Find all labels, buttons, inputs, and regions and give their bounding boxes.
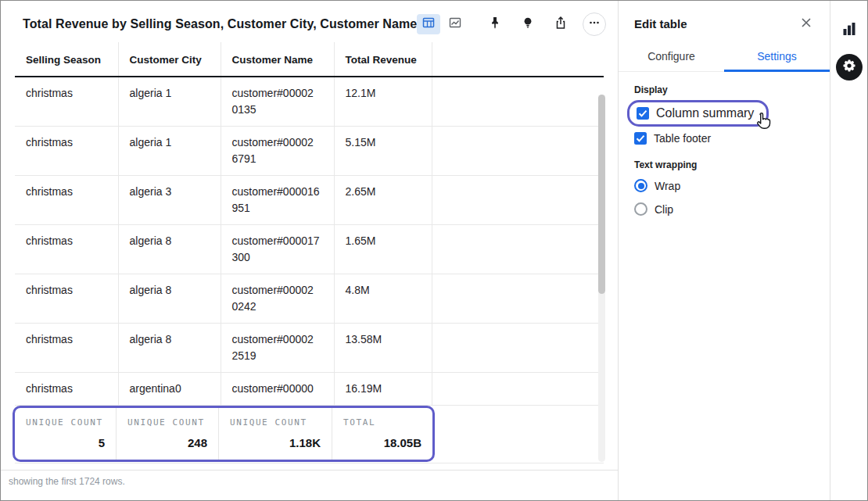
column-summary-row: UNIQUE COUNT 5 UNIQUE COUNT 248 UNIQUE C…: [15, 406, 604, 463]
pin-icon: [488, 16, 502, 33]
share-export-icon: [554, 16, 568, 33]
table-view-button[interactable]: [417, 14, 440, 34]
element-toolbar: [417, 13, 609, 36]
column-header-empty[interactable]: [432, 42, 604, 77]
page-title[interactable]: Total Revenue by Selling Season, Custome…: [23, 17, 417, 31]
header-row: Selling Season Customer City Customer Na…: [15, 42, 604, 77]
table-footer-checkbox[interactable]: [634, 132, 647, 145]
cell-revenue[interactable]: 13.58M: [334, 324, 432, 373]
cell-empty[interactable]: [432, 373, 604, 406]
cell-revenue[interactable]: 12.1M: [334, 77, 432, 127]
cell-city[interactable]: algeria 8: [118, 225, 221, 274]
column-summary-label[interactable]: Column summary: [656, 106, 754, 120]
cell-customer[interactable]: customer#00002 6791: [221, 127, 334, 176]
table-row: christmasargentina0customer#0000016.19M: [15, 373, 604, 406]
table-row: christmasalgeria 8customer#00002 02424.8…: [15, 274, 604, 324]
wrap-radio[interactable]: [634, 179, 647, 192]
summary-value: 1.18K: [230, 436, 321, 449]
cell-season[interactable]: christmas: [15, 127, 118, 176]
cell-city[interactable]: algeria 3: [118, 176, 221, 225]
cell-customer[interactable]: customer#000017 300: [221, 225, 334, 274]
cell-empty[interactable]: [432, 127, 604, 176]
table-footer-label[interactable]: Table footer: [654, 132, 711, 145]
summary-value: 248: [127, 436, 207, 449]
cell-revenue[interactable]: 1.65M: [334, 225, 432, 274]
ellipsis-icon: [588, 16, 601, 32]
more-options-button[interactable]: [583, 13, 606, 36]
text-wrapping-section: Text wrapping Wrap Clip: [634, 159, 814, 216]
cell-city[interactable]: algeria 8: [118, 274, 221, 324]
table-header: Selling Season Customer City Customer Na…: [15, 42, 604, 77]
cell-customer[interactable]: customer#00002 0135: [221, 77, 334, 127]
cell-empty[interactable]: [432, 324, 604, 373]
summary-cell[interactable]: UNIQUE COUNT 5: [15, 408, 117, 460]
cell-empty[interactable]: [432, 274, 604, 324]
table-row: christmasalgeria 8customer#000017 3001.6…: [15, 225, 604, 274]
wrap-option: Wrap: [634, 179, 814, 192]
tab-configure[interactable]: Configure: [619, 41, 724, 71]
column-summary-checkbox[interactable]: [637, 107, 649, 120]
text-wrapping-label: Text wrapping: [634, 159, 814, 170]
summary-cell[interactable]: UNIQUE COUNT 1.18K: [219, 408, 332, 460]
cell-revenue[interactable]: 2.65M: [334, 176, 432, 225]
cell-revenue[interactable]: 5.15M: [334, 127, 432, 176]
chart-view-icon: [448, 16, 462, 33]
right-sidebar-strip: [830, 1, 867, 500]
cell-revenue[interactable]: 4.8M: [334, 274, 432, 324]
column-header-customer-city[interactable]: Customer City: [118, 42, 221, 77]
summary-highlight-annotation: UNIQUE COUNT 5 UNIQUE COUNT 248 UNIQUE C…: [13, 406, 435, 462]
element-panel-button[interactable]: [838, 20, 860, 41]
cell-season[interactable]: christmas: [15, 274, 118, 324]
cell-empty[interactable]: [432, 176, 604, 225]
tab-settings[interactable]: Settings: [724, 41, 830, 72]
cell-season[interactable]: christmas: [15, 176, 118, 225]
summary-label: UNIQUE COUNT: [127, 417, 207, 428]
cell-city[interactable]: algeria 1: [118, 77, 221, 127]
summary-label: UNIQUE COUNT: [230, 417, 321, 428]
cell-city[interactable]: algeria 1: [118, 127, 221, 176]
clip-label[interactable]: Clip: [655, 203, 673, 216]
panel-tabs: Configure Settings: [619, 41, 830, 72]
column-header-customer-name[interactable]: Customer Name: [221, 42, 334, 77]
cell-season[interactable]: christmas: [15, 324, 118, 373]
cell-season[interactable]: christmas: [15, 77, 118, 127]
export-button[interactable]: [550, 13, 572, 35]
clip-option: Clip: [634, 202, 814, 216]
clip-radio[interactable]: [634, 202, 647, 216]
pin-button[interactable]: [484, 13, 506, 35]
wrap-label[interactable]: Wrap: [655, 180, 680, 192]
cell-city[interactable]: argentina0: [118, 373, 221, 406]
table-body: christmasalgeria 1customer#00002 013512.…: [15, 77, 604, 406]
cell-season[interactable]: christmas: [15, 373, 118, 406]
summary-cell[interactable]: TOTAL 18.05B: [332, 408, 432, 460]
settings-tab-content: Display Column summary Table footer Text…: [619, 72, 830, 238]
column-header-selling-season[interactable]: Selling Season: [15, 42, 118, 77]
table-row: christmasalgeria 1customer#00002 013512.…: [15, 77, 604, 127]
explore-bulb-button[interactable]: [517, 13, 539, 35]
cell-customer[interactable]: customer#00002 2519: [221, 324, 334, 373]
cell-customer[interactable]: customer#000016 951: [221, 176, 334, 225]
table-footer-option: Table footer: [634, 132, 814, 145]
cell-revenue[interactable]: 16.19M: [334, 373, 432, 406]
column-header-total-revenue[interactable]: Total Revenue: [334, 42, 432, 77]
cell-season[interactable]: christmas: [15, 225, 118, 274]
table-scrollbar[interactable]: [598, 95, 605, 462]
cell-customer[interactable]: customer#00002 0242: [221, 274, 334, 324]
cell-customer[interactable]: customer#00000: [221, 373, 334, 406]
summary-label: TOTAL: [343, 417, 421, 428]
cell-city[interactable]: algeria 8: [118, 324, 221, 373]
element-header: Total Revenue by Selling Season, Custome…: [1, 1, 618, 42]
settings-gear-button[interactable]: [836, 54, 863, 81]
edit-table-panel: Edit table Configure Settings Display Co…: [619, 1, 830, 500]
close-icon: [802, 16, 811, 30]
summary-cell[interactable]: UNIQUE COUNT 248: [117, 408, 219, 460]
cell-empty[interactable]: [432, 225, 604, 274]
chart-view-button[interactable]: [443, 14, 467, 34]
scrollbar-thumb[interactable]: [598, 95, 605, 294]
cell-empty[interactable]: [432, 77, 604, 127]
panel-title: Edit table: [634, 17, 687, 30]
panel-header: Edit table: [619, 1, 830, 41]
close-panel-button[interactable]: [797, 14, 816, 33]
table-row: christmasalgeria 3customer#000016 9512.6…: [15, 176, 604, 225]
summary-value: 5: [26, 436, 105, 449]
